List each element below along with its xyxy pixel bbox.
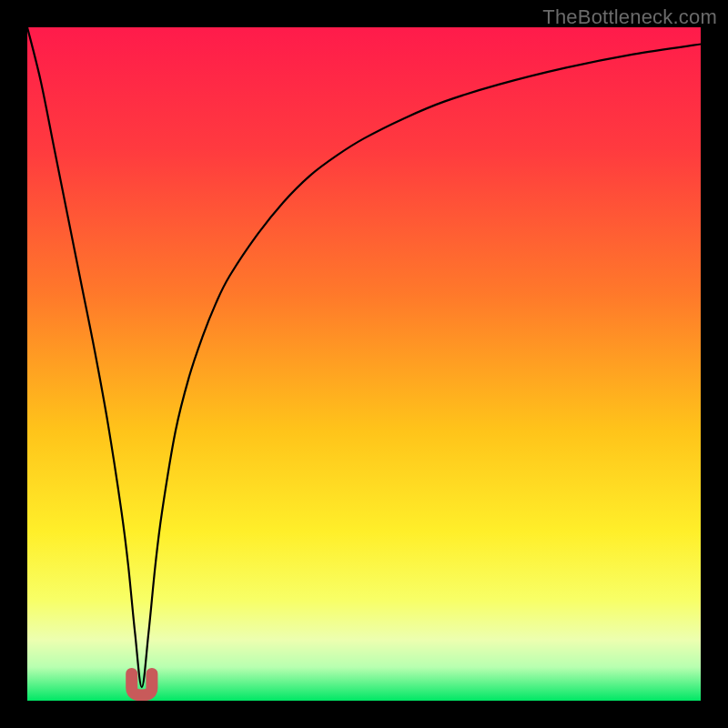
plot-area	[27, 27, 701, 701]
chart-frame: TheBottleneck.com	[0, 0, 728, 728]
bottleneck-curve	[27, 27, 701, 701]
watermark-text: TheBottleneck.com	[542, 5, 717, 29]
